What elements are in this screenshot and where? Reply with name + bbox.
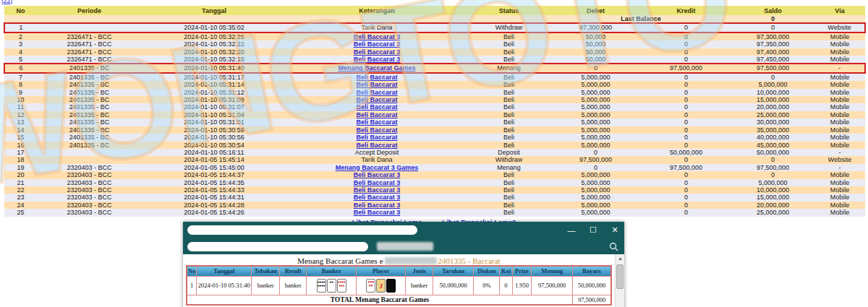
column-header: Tebakan	[252, 266, 280, 276]
cell-keterangan: Beli Baccarat 3	[286, 40, 467, 48]
cell-via: Mobile	[814, 194, 865, 201]
cell-kredit: 0	[641, 209, 731, 216]
cell-periode: 2401335 - BC	[37, 111, 142, 118]
last-balance-label: Last Balance	[550, 15, 731, 23]
cell-no: 7	[4, 73, 37, 81]
cell-no: 10	[4, 96, 37, 103]
cell-status: Beli	[467, 103, 550, 111]
cell-status: Beli	[467, 179, 550, 186]
cell-kei: 0	[500, 276, 512, 295]
cell-tanggal: 2024-01-05 15:44:31	[142, 194, 286, 201]
cell-via: Mobile	[814, 179, 865, 186]
playing-card-icon: ♠♠	[327, 279, 336, 293]
keterangan-link[interactable]: Menang Baccarat Games	[338, 64, 415, 72]
column-header: Via	[814, 6, 865, 15]
cell-tanggal: 2024-01-05 15:45:00	[142, 164, 286, 171]
cell-saldo: 45,000,000	[731, 142, 814, 149]
cell-bayars: 50,000,000	[573, 276, 611, 295]
keterangan-link[interactable]: Beli Baccarat	[356, 118, 397, 126]
column-header: Jenis	[406, 266, 433, 276]
column-header: Periode	[37, 6, 142, 15]
cell-kredit: 0	[641, 33, 731, 40]
cell-no: 22	[4, 186, 37, 194]
cell-saldo: 20,000,000	[731, 103, 814, 111]
keterangan-link[interactable]: Beli Baccarat	[356, 81, 397, 88]
table-row: 132401335 - BC2024-01-10 05:31:01Beli Ba…	[4, 118, 865, 126]
cell-via: Mobile	[814, 134, 865, 141]
table-row: 122401335 - BC2024-01-10 05:31:04Beli Ba…	[4, 111, 865, 118]
cell-no: 25	[4, 209, 37, 216]
cell-saldo: 5,000,000	[731, 81, 814, 88]
cell-saldo: 97,350,000	[731, 40, 814, 48]
table-row: 62401335 - BC2024-01-10 05:31:40Menang B…	[4, 64, 865, 72]
cell-debet: 5,000,000	[550, 111, 641, 118]
keterangan-link[interactable]: Beli Baccarat 3	[354, 209, 401, 216]
table-row: 82401335 - BC2024-01-10 05:31:14Beli Bac…	[4, 81, 865, 88]
keterangan-link[interactable]: Beli Baccarat 3	[354, 56, 401, 63]
keterangan-link[interactable]: Beli Baccarat	[356, 142, 397, 149]
cell-no: 1	[4, 23, 37, 32]
minimize-button[interactable]: —	[566, 226, 576, 235]
column-header: Taruhan	[433, 266, 474, 276]
keterangan-link[interactable]: Beli Baccarat	[356, 74, 397, 81]
cell-periode: 2401335 - BC	[37, 126, 142, 134]
keterangan-link[interactable]: Beli Baccarat 3	[354, 179, 401, 186]
cell-tanggal: 2024-01-05 15:44:35	[142, 179, 286, 186]
cell-via: -	[814, 64, 865, 72]
column-header: Kei	[500, 266, 512, 276]
cell-status: Deposit	[467, 149, 550, 156]
keterangan-link[interactable]: Beli Baccarat	[356, 103, 397, 111]
cell-no: 18	[4, 156, 37, 163]
table-row: 172024-01-10 05:16:11Accept DepositDepos…	[4, 149, 865, 156]
column-header: Kredit	[641, 6, 731, 15]
keterangan-link[interactable]: Beli Baccarat 3	[354, 171, 401, 178]
keterangan-link[interactable]: Beli Baccarat	[356, 96, 397, 103]
cell-periode	[37, 156, 142, 163]
cell-tanggal: 2024-01-10 05:31:01	[142, 118, 286, 126]
keterangan-link[interactable]: Beli Baccarat	[356, 134, 397, 141]
keterangan-link[interactable]: Beli Baccarat 3	[354, 186, 401, 194]
column-header: Tanggal	[142, 6, 286, 15]
cell-via: -	[814, 164, 865, 171]
cell-via: Mobile	[814, 111, 865, 118]
pagination-link[interactable]: [22]	[1, 0, 12, 4]
cell-no: 15	[4, 134, 37, 141]
cell-keterangan: Beli Baccarat 3	[286, 48, 467, 56]
keterangan-link[interactable]: Beli Baccarat	[356, 126, 397, 134]
column-header: Saldo	[731, 6, 814, 15]
keterangan-link[interactable]: Beli Baccarat 3	[354, 40, 401, 48]
maximize-button[interactable]: ☐	[588, 225, 598, 235]
cell-kredit: 0	[641, 118, 731, 126]
cell-no: 6	[4, 64, 37, 72]
popup-titlebar[interactable]: — ☐ ✕	[183, 222, 624, 238]
cell-kredit: 0	[641, 73, 731, 81]
cell-periode: 2326471 - BCC	[37, 40, 142, 48]
cell-menang: 97,500,000	[532, 276, 573, 295]
scrollbar-thumb[interactable]	[616, 264, 624, 289]
cell-periode: 2401335 - BC	[37, 64, 142, 72]
cell-debet: 50,000	[550, 48, 641, 56]
popup-scrollbar[interactable]: ▲ ▼	[615, 254, 624, 307]
cell-via: Mobile	[814, 56, 865, 64]
cell-keterangan: Beli Baccarat 3	[286, 33, 467, 40]
cell-keterangan: Beli Baccarat	[286, 134, 467, 141]
keterangan-link[interactable]: Beli Baccarat	[356, 111, 397, 118]
cell-saldo: 0	[731, 171, 814, 178]
magnifier-icon[interactable]	[609, 241, 618, 254]
cell-kredit: 0	[641, 81, 731, 88]
keterangan-link[interactable]: Beli Baccarat 3	[354, 33, 401, 40]
scroll-up-icon[interactable]: ▲	[616, 254, 625, 263]
keterangan-link[interactable]: Beli Baccarat 3	[354, 48, 401, 56]
cell-debet: 97,300,000	[550, 23, 641, 32]
keterangan-link[interactable]: Beli Baccarat 3	[354, 202, 401, 209]
cell-kredit: 0	[641, 111, 731, 118]
keterangan-link[interactable]: Beli Baccarat 3	[354, 194, 401, 201]
close-button[interactable]: ✕	[610, 225, 620, 235]
cell-kredit: 0	[641, 23, 731, 32]
cell-no: 14	[4, 126, 37, 134]
keterangan-link[interactable]: Beli Baccarat	[356, 89, 397, 96]
column-header: Banker	[307, 266, 356, 276]
cell-tanggal: 2024-01-10 05:31:09	[142, 96, 286, 103]
keterangan-link[interactable]: Menang Baccarat 3 Games	[336, 164, 419, 171]
table-row: 12024-01-10 05:35:02Tarik DanaWithdraw97…	[4, 23, 865, 32]
